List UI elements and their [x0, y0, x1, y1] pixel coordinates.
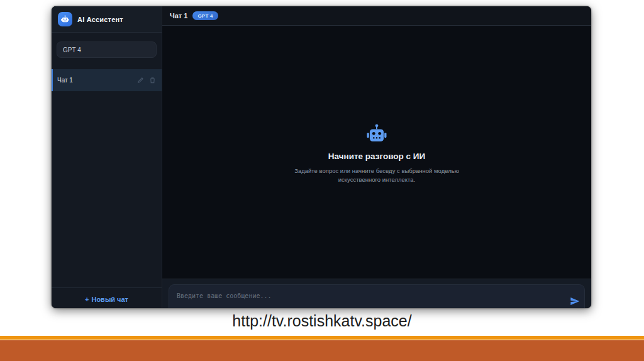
plus-icon: +	[85, 296, 89, 303]
sidebar-footer: + Новый чат	[52, 287, 162, 308]
composer-bar	[162, 279, 591, 308]
delete-icon[interactable]	[149, 77, 156, 84]
chat-item-label: Чат 1	[57, 77, 73, 84]
sidebar-spacer	[52, 91, 162, 287]
chat-header: Чат 1 GPT 4	[162, 6, 591, 25]
ai-chat-app-window: AI Ассистент GPT 4 Чат 1	[52, 6, 591, 308]
model-select-value: GPT 4	[63, 47, 81, 53]
chat-header-title: Чат 1	[170, 12, 187, 19]
sidebar-header: AI Ассистент	[52, 6, 162, 33]
robot-icon	[365, 124, 388, 144]
main-chat-area: Чат 1 GPT 4	[162, 6, 591, 308]
composer-box	[169, 284, 585, 308]
empty-state: Начните разговор с ИИ Задайте вопрос или…	[282, 124, 471, 184]
model-badge: GPT 4	[192, 11, 218, 20]
sidebar: AI Ассистент GPT 4 Чат 1	[52, 6, 162, 308]
edit-icon[interactable]	[137, 77, 144, 84]
app-title: AI Ассистент	[77, 16, 123, 23]
paper-plane-icon	[570, 299, 580, 308]
send-button[interactable]	[570, 296, 580, 306]
model-select[interactable]: GPT 4	[57, 42, 157, 58]
slide-caption-url: http://tv.rostishkatv.space/	[0, 312, 644, 330]
new-chat-button[interactable]: + Новый чат	[85, 296, 128, 303]
empty-state-title: Начните разговор с ИИ	[282, 152, 471, 161]
messages-panel: Начните разговор с ИИ Задайте вопрос или…	[162, 25, 591, 279]
new-chat-label: Новый чат	[91, 296, 128, 303]
message-input[interactable]	[169, 285, 584, 299]
chat-list: Чат 1	[52, 69, 162, 91]
chat-list-item[interactable]: Чат 1	[52, 69, 162, 91]
footer-accent-bar	[0, 336, 644, 340]
chat-item-actions	[137, 77, 156, 84]
empty-state-subtitle: Задайте вопрос или начните беседу с выбр…	[282, 167, 471, 184]
robot-logo-icon	[58, 12, 72, 26]
footer-main-bar	[0, 340, 644, 361]
